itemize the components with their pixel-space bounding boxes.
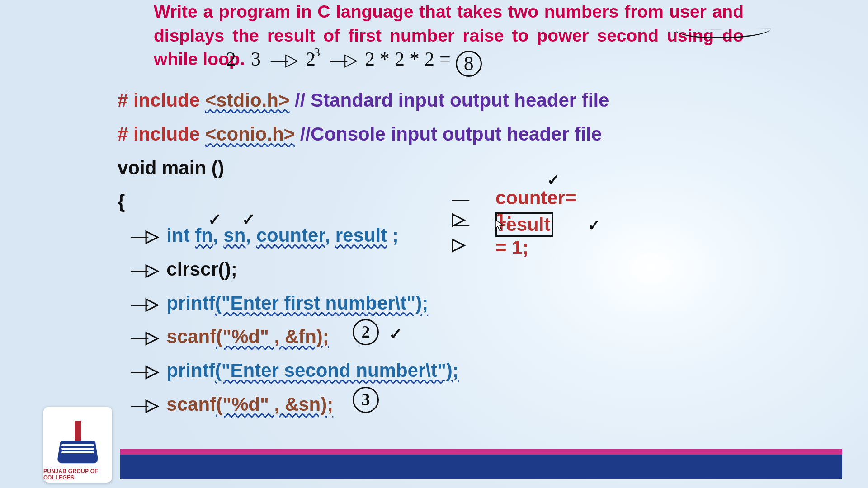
example-answer-circled: 8 — [456, 51, 482, 77]
slide-background: Write a program in C language that takes… — [0, 0, 868, 488]
logo-emblem-icon — [56, 421, 99, 468]
scanf-arg-2: ("%d" , &sn); — [216, 394, 333, 415]
example-num-a: 2 — [226, 48, 236, 70]
example-exp: 3 — [314, 45, 320, 59]
fn-scanf: scanf — [166, 326, 216, 347]
semicolon: ; — [392, 225, 399, 246]
printf-arg-2: ("Enter second number\t"); — [215, 360, 459, 381]
hash-include: # include — [118, 89, 200, 111]
logo-caption: PUNJAB GROUP OF COLLEGES — [43, 468, 112, 481]
result-tail: = 1; — [495, 237, 529, 258]
video-frame: Write a program in C language that takes… — [0, 0, 868, 488]
boxed-result: result — [495, 212, 553, 237]
arrow-icon — [131, 328, 156, 347]
arrow-icon — [131, 260, 156, 279]
lib-conio: <conio.h> — [205, 123, 295, 145]
line-printf-1: printf("Enter first number\t"); — [118, 286, 796, 320]
arrow-icon — [131, 294, 156, 313]
arrow-icon — [131, 361, 156, 380]
line-scanf-1: scanf("%d" , &fn); 2 ✓ — [118, 320, 796, 354]
mouse-cursor-icon — [495, 219, 504, 232]
var-result: result — [335, 225, 387, 246]
example-expansion: 2 * 2 * 2 = — [365, 48, 451, 70]
college-logo: PUNJAB GROUP OF COLLEGES — [43, 407, 112, 483]
annotation-circled-3: 3 — [353, 387, 379, 413]
arrow-icon — [330, 50, 355, 69]
arrow-icon — [271, 50, 296, 69]
line-printf-2: printf("Enter second number\t"); — [118, 354, 796, 388]
hash-include: # include — [118, 123, 200, 145]
printf-arg-1: ("Enter first number\t"); — [215, 292, 429, 314]
scanf-arg-1: ("%d" , &fn); — [216, 326, 329, 347]
footer-stripe-red — [120, 449, 842, 455]
example-num-b: 3 — [251, 48, 261, 70]
fn-clrscr: clrscr(); — [166, 258, 237, 280]
checkmark-icon: ✓ — [547, 171, 560, 189]
checkmark-icon: ✓ — [588, 216, 600, 234]
arrow-icon — [131, 226, 156, 245]
checkmark-icon: ✓ — [389, 320, 402, 349]
line-include-conio: # include <conio.h> //Console input outp… — [118, 117, 796, 151]
arrow-icon — [452, 214, 467, 254]
result-assign: result= 1; — [495, 212, 553, 258]
fn-printf: printf — [166, 292, 215, 314]
comment-conio: //Console input output header file — [300, 123, 602, 145]
fn-printf: printf — [166, 360, 215, 381]
checkmark-icon: ✓ — [242, 205, 255, 234]
footer-stripe-blue — [120, 455, 842, 479]
line-include-stdio: # include <stdio.h> // Standard input ou… — [118, 84, 796, 117]
arrow-icon — [131, 395, 156, 414]
var-counter: counter — [256, 225, 325, 246]
fn-scanf: scanf — [166, 394, 216, 415]
annotation-circled-2: 2 — [353, 319, 379, 345]
line-scanf-2: scanf("%d" , &sn); 3 — [118, 388, 796, 422]
comment-stdio: // Standard input output header file — [295, 89, 609, 111]
line-clrscr: clrscr(); — [118, 253, 796, 286]
handwritten-example: 2 3 23 2 * 2 * 2 = 8 — [226, 45, 482, 77]
lib-stdio: <stdio.h> — [205, 89, 290, 111]
checkmark-icon: ✓ — [208, 205, 222, 234]
line-main: void main () — [118, 151, 796, 185]
kw-int: int — [166, 225, 189, 246]
